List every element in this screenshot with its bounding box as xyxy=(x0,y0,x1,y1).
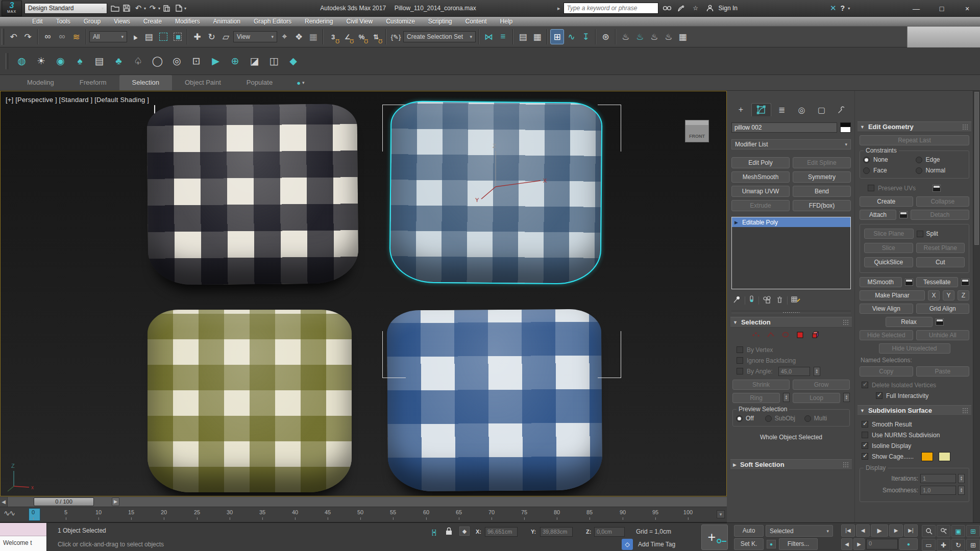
panel-splitter[interactable] xyxy=(731,311,851,313)
menu-content[interactable]: Content xyxy=(459,17,494,26)
button-extrude[interactable]: Extrude xyxy=(731,200,790,211)
tab-motion[interactable]: ◎ xyxy=(792,103,811,116)
selection-lock-icon[interactable] xyxy=(445,527,453,537)
menu-customize[interactable]: Customize xyxy=(379,17,422,26)
mini-curve-editor-icon[interactable]: ∿∿ xyxy=(4,509,14,518)
time-slider[interactable]: ◀ 0 / 100 ▶ xyxy=(0,496,727,507)
hide-unselected-button[interactable]: Hide Unselected xyxy=(879,343,950,354)
toolbar-overflow-icon[interactable]: ▾ xyxy=(184,6,186,11)
preserve-uvs-checkbox[interactable]: Preserve UVs xyxy=(868,183,970,193)
rendered-frame-window-icon[interactable]: ♨ xyxy=(633,29,647,44)
time-back-button[interactable]: ◀ xyxy=(0,497,8,507)
tab-object-paint[interactable]: Object Paint xyxy=(172,75,234,90)
paste-button[interactable]: Paste xyxy=(916,366,970,377)
constraint-none-radio[interactable]: None xyxy=(863,156,914,163)
maximize-viewport-icon[interactable]: ⊞ xyxy=(966,539,980,551)
ribbon-config-icon[interactable]: ●▾ xyxy=(297,75,304,90)
go-to-end-button[interactable]: ▶| xyxy=(904,524,918,537)
button-ffd-box[interactable]: FFD(box) xyxy=(793,200,851,211)
render-preview-icon[interactable]: ▦ xyxy=(676,29,690,44)
search-input[interactable] xyxy=(564,3,658,14)
split-checkbox[interactable]: Split xyxy=(917,229,965,239)
rollout-subdivision-surface[interactable]: ▼ Subdivision Surface xyxy=(857,405,971,416)
select-object-icon[interactable]: ▲ xyxy=(125,27,144,46)
redo-icon[interactable]: ↷ xyxy=(21,29,35,44)
rectangular-selection-region-icon[interactable] xyxy=(156,29,170,44)
toggle-layer-explorer-icon[interactable]: ▦ xyxy=(530,29,544,44)
planar-y-button[interactable]: Y xyxy=(943,290,954,300)
loop-spinner[interactable]: ▲▼ xyxy=(843,393,850,402)
undo-dropdown-icon[interactable]: ▾ xyxy=(144,6,146,11)
favorites-star-icon[interactable]: ☆ xyxy=(690,3,701,14)
corona-layers-icon[interactable]: ◎ xyxy=(169,52,185,70)
zoom-icon[interactable] xyxy=(922,525,936,537)
transform-gizmo[interactable]: Z X Y xyxy=(460,140,557,206)
quickslice-button[interactable]: QuickSlice xyxy=(864,257,913,267)
button-edit-poly[interactable]: Edit Poly xyxy=(731,157,790,168)
edit-named-selection-sets-icon[interactable]: {✎} xyxy=(389,29,403,44)
zoom-all-icon[interactable] xyxy=(937,525,950,537)
next-frame-button[interactable]: ▶ xyxy=(889,524,903,537)
menu-create[interactable]: Create xyxy=(137,17,168,26)
zoom-extents-icon[interactable]: ▣ xyxy=(951,525,965,537)
track-bar[interactable]: ∿∿ 0 5 10 15 20 25 30 35 40 45 50 55 60 … xyxy=(0,507,727,522)
snaps-toggle-icon[interactable]: 3Ω xyxy=(326,29,340,44)
add-time-tag-button[interactable]: Add Time Tag xyxy=(638,541,675,548)
corona-camera-icon[interactable]: ◉ xyxy=(53,52,68,70)
rollout-selection[interactable]: ▼ Selection xyxy=(730,317,852,328)
button-symmetry[interactable]: Symmetry xyxy=(793,171,851,183)
smoothness-field[interactable]: 1,0 xyxy=(920,486,956,495)
undo-icon[interactable]: ↶ xyxy=(133,3,143,14)
pillow-steel-blue[interactable] xyxy=(387,309,602,492)
rollout-edit-geometry[interactable]: ▼ Edit Geometry xyxy=(857,121,971,132)
attach-settings-icon[interactable] xyxy=(899,211,908,218)
delete-isolated-vertices-checkbox[interactable]: Delete Isolated Vertices xyxy=(862,380,970,390)
corona-sun-icon[interactable]: ☀ xyxy=(33,52,49,70)
isoline-display-checkbox[interactable]: Isoline Display xyxy=(862,440,970,451)
corona-material-icon[interactable]: ◫ xyxy=(266,52,282,70)
track-bar-options-icon[interactable]: ▾ xyxy=(717,510,725,518)
relax-button[interactable]: Relax xyxy=(886,317,933,327)
render-production-icon[interactable]: ♨ xyxy=(647,29,661,44)
z-coordinate-field[interactable]: 0,0cm xyxy=(594,527,625,537)
time-slider-handle[interactable]: 0 / 100 xyxy=(34,497,94,506)
menu-scripting[interactable]: Scripting xyxy=(422,17,459,26)
modifier-stack[interactable]: ▶ Editable Poly xyxy=(731,217,851,289)
slice-button[interactable]: Slice xyxy=(864,243,913,253)
workspace-dropdown[interactable]: Design Standard ▾ xyxy=(24,3,107,14)
time-tag-cube-icon[interactable]: ◇ xyxy=(622,539,633,550)
material-editor-icon[interactable]: ⊛ xyxy=(599,29,612,44)
perspective-viewport[interactable]: [+] [Perspective ] [Standard ] [Default … xyxy=(0,91,727,496)
menu-group[interactable]: Group xyxy=(77,17,107,26)
by-angle-field[interactable]: 45,0 xyxy=(778,367,810,376)
reset-plane-button[interactable]: Reset Plane xyxy=(916,243,965,253)
angle-snap-icon[interactable]: ∠Ω xyxy=(340,29,354,44)
smooth-result-checkbox[interactable]: Smooth Result xyxy=(862,419,970,430)
3ds-max-logo-icon[interactable]: 3 MAX xyxy=(2,1,22,16)
attach-button[interactable]: Attach xyxy=(860,210,896,220)
tab-display[interactable]: ▢ xyxy=(812,103,831,116)
listener-script-line[interactable]: Welcome t xyxy=(0,536,46,551)
menu-animation[interactable]: Animation xyxy=(207,17,247,26)
listener-macro-line[interactable] xyxy=(0,523,46,536)
search-icon[interactable] xyxy=(662,3,673,14)
align-icon[interactable]: ≡ xyxy=(496,29,510,44)
next-key-button[interactable]: ▶ xyxy=(853,538,865,550)
orbit-icon[interactable]: ↻ xyxy=(951,539,965,551)
corona-lightmix-icon[interactable]: ◆ xyxy=(285,52,301,70)
select-and-rotate-icon[interactable]: ↻ xyxy=(205,29,218,44)
render-setup-icon[interactable]: ♨ xyxy=(619,29,632,44)
make-planar-button[interactable]: Make Planar xyxy=(860,290,925,300)
toolbar-grip[interactable] xyxy=(6,53,8,69)
constraint-normal-radio[interactable]: Normal xyxy=(916,167,966,174)
ring-button[interactable]: Ring xyxy=(732,393,780,403)
save-file-icon[interactable] xyxy=(121,3,132,14)
reference-coordinate-dropdown[interactable]: View ▾ xyxy=(233,31,277,42)
object-name-field[interactable] xyxy=(731,122,837,133)
button-unwrap-uvw[interactable]: Unwrap UVW xyxy=(731,186,790,197)
menu-edit[interactable]: Edit xyxy=(26,17,50,26)
schematic-view-icon[interactable]: ↧ xyxy=(579,29,593,44)
tab-create[interactable]: + xyxy=(731,103,750,116)
go-to-start-button[interactable]: |◀ xyxy=(841,524,855,537)
detach-button[interactable]: Detach xyxy=(911,210,969,220)
